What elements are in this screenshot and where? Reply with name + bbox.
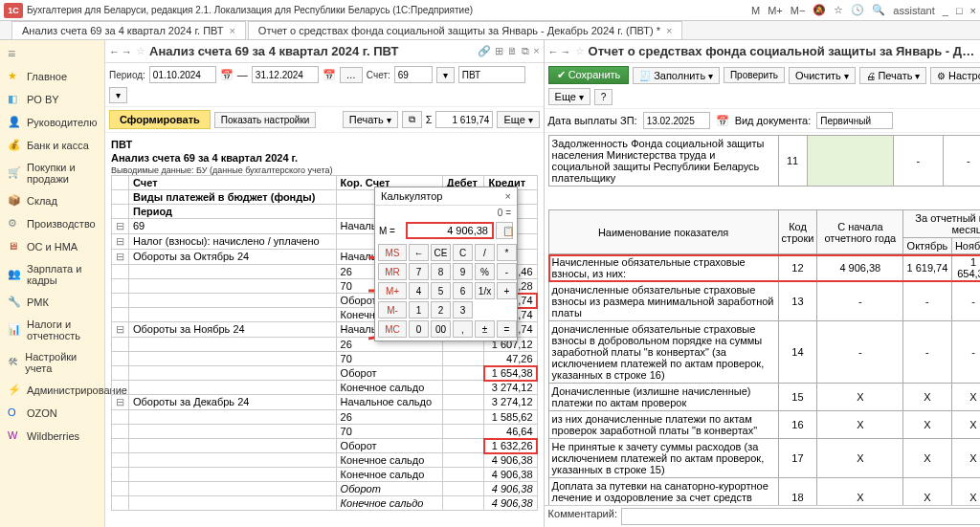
mem-mminus[interactable]: M− <box>791 5 806 16</box>
calc-key[interactable]: CE <box>431 244 451 261</box>
table-row[interactable]: 261 585,62 <box>112 410 538 425</box>
generate-button[interactable]: Сформировать <box>109 110 211 129</box>
mem-mplus[interactable]: M+ <box>768 5 783 16</box>
nav-fwd-icon[interactable]: → <box>561 46 571 57</box>
print-button[interactable]: 🖨 Печать ▾ <box>859 67 927 84</box>
show-settings-button[interactable]: Показать настройки <box>214 112 317 128</box>
detach-icon[interactable]: ⧉ <box>522 45 529 57</box>
date-from-input[interactable] <box>149 66 216 83</box>
bell-icon[interactable]: 🔕 <box>813 4 826 16</box>
calc-key[interactable]: MR <box>378 263 407 280</box>
save-button[interactable]: ✔ Сохранить <box>548 66 630 84</box>
calc-key[interactable]: 5 <box>431 282 451 299</box>
table-row[interactable]: Конечное сальдо3 274,12 <box>112 381 538 395</box>
table-row[interactable]: ⊟Обороты за Декабрь 24Начальное сальдо3 … <box>112 395 538 410</box>
print-button[interactable]: Печать ▾ <box>343 111 398 128</box>
clear-button[interactable]: Очистить ▾ <box>789 67 856 84</box>
user-label[interactable]: assistant <box>893 5 934 16</box>
sidebar-item[interactable]: OOZON <box>0 402 104 425</box>
calc-key[interactable]: + <box>497 282 517 299</box>
table-row[interactable]: Доначисленные (излишне начисленные) плат… <box>548 384 980 411</box>
table-row[interactable]: из них доначисленные платежи по актам пр… <box>548 411 980 439</box>
help-button[interactable]: ? <box>594 89 613 105</box>
table-row[interactable]: Оборот1 632,26 <box>112 439 538 453</box>
calc-key[interactable]: 7 <box>409 263 429 280</box>
history-icon[interactable]: 🕓 <box>851 4 864 16</box>
doc-type-input[interactable] <box>816 112 893 129</box>
calc-key[interactable]: 0 <box>409 320 429 338</box>
sidebar-item[interactable]: 🛠Настройки учета <box>0 346 104 379</box>
calc-key[interactable]: * <box>497 244 517 261</box>
calc-key[interactable]: 1/x <box>475 282 495 299</box>
calc-key[interactable]: = <box>497 320 517 338</box>
calc-key[interactable]: 9 <box>453 263 473 280</box>
tab-analysis[interactable]: Анализ счета 69 за 4 квартал 2024 г. ПВТ… <box>11 21 246 39</box>
settings-button[interactable]: ⚙ Настройки... <box>930 67 980 84</box>
sidebar-item[interactable]: ⚡Администрирование <box>0 379 104 402</box>
calc-key[interactable]: 4 <box>409 282 429 299</box>
calc-key[interactable]: MC <box>378 320 407 338</box>
calc-close-icon[interactable]: × <box>505 190 511 202</box>
sidebar-item[interactable]: 👤Руководителю <box>0 111 104 134</box>
table-row[interactable]: Доплата за путевки на санаторно-курортно… <box>548 478 980 506</box>
calc-key[interactable]: 8 <box>431 263 451 280</box>
table-row[interactable]: Конечное сальдо4 906,38 <box>112 453 538 468</box>
calc-key[interactable]: , <box>453 320 473 338</box>
account-lookup-button[interactable]: ▾ <box>436 67 455 83</box>
fav-icon[interactable]: ☆ <box>136 45 145 57</box>
sidebar-item[interactable]: 📦Склад <box>0 189 104 212</box>
calc-key[interactable]: ← <box>409 244 429 261</box>
fill-button[interactable]: 🧾 Заполнить ▾ <box>633 67 720 84</box>
window-max[interactable]: □ <box>956 5 963 16</box>
nav-back-icon[interactable]: ← <box>548 46 559 57</box>
nav-fwd-icon[interactable]: → <box>122 46 132 57</box>
sidebar-item[interactable]: ⚙Производство <box>0 212 104 235</box>
sidebar-item[interactable]: 🔧РМК <box>0 291 104 314</box>
account-input[interactable] <box>394 66 433 83</box>
sidebar-item[interactable]: 🖥ОС и НМА <box>0 235 104 258</box>
fav-icon[interactable]: ☆ <box>575 45 585 57</box>
window-min[interactable]: _ <box>943 5 948 16</box>
table-row[interactable]: Конечное сальдо4 906,38 <box>112 468 538 482</box>
calc-copy-button[interactable]: 📋 <box>496 222 513 239</box>
org-input[interactable] <box>458 66 525 83</box>
table-row[interactable]: Начисленные обязательные страховые взнос… <box>548 254 980 282</box>
calendar-icon[interactable]: 📅 <box>716 115 729 127</box>
calc-key[interactable]: M- <box>378 301 407 318</box>
sidebar-item[interactable]: ◧PO BY <box>0 88 104 111</box>
sum-input[interactable] <box>435 111 493 128</box>
table-row[interactable]: доначисленные обязательные страховые взн… <box>548 282 980 321</box>
date-to-input[interactable] <box>252 66 319 83</box>
search-icon[interactable]: 🔍 <box>872 4 885 16</box>
sidebar-item[interactable]: WWildberries <box>0 425 104 448</box>
close-icon[interactable]: × <box>666 25 672 36</box>
tab-fsz-report[interactable]: Отчет о средствах фонда социальной защит… <box>248 21 683 39</box>
sidebar-item[interactable]: 👥Зарплата и кадры <box>0 258 104 291</box>
calc-key[interactable]: % <box>475 263 495 280</box>
star-icon[interactable]: ☆ <box>834 4 843 16</box>
grid-icon[interactable]: ⊞ <box>495 45 503 57</box>
link-icon[interactable]: 🔗 <box>478 45 491 57</box>
zp-date-input[interactable] <box>643 112 710 129</box>
table-row[interactable]: 7046,64 <box>112 425 538 439</box>
nav-back-icon[interactable]: ← <box>109 46 120 57</box>
calc-key[interactable]: 1 <box>409 301 429 318</box>
more-button[interactable]: Еще ▾ <box>497 111 539 128</box>
table-row[interactable]: Не принятые к зачету суммы расходов (за … <box>548 439 980 478</box>
doc-icon[interactable]: 🗎 <box>507 45 518 57</box>
period-picker-button[interactable]: … <box>340 67 363 83</box>
sidebar-item[interactable]: 🛒Покупки и продажи <box>0 157 104 189</box>
calc-key[interactable]: - <box>497 263 517 280</box>
table-row[interactable]: Оборот4 906,38 <box>112 482 538 496</box>
more-button[interactable]: Еще ▾ <box>548 88 590 105</box>
calc-key[interactable]: 00 <box>431 320 451 338</box>
table-row[interactable]: Оборот1 654,38 <box>112 366 538 381</box>
org-lookup-button[interactable]: ▾ <box>109 87 127 103</box>
calc-key[interactable]: 3 <box>453 301 473 318</box>
window-close[interactable]: × <box>970 5 976 16</box>
calc-key[interactable]: 2 <box>431 301 451 318</box>
pane-close-icon[interactable]: × <box>533 45 539 57</box>
calc-key[interactable]: MS <box>378 244 407 261</box>
sidebar-item[interactable]: ★Главное <box>0 65 104 88</box>
calendar-icon[interactable]: 📅 <box>323 69 336 81</box>
